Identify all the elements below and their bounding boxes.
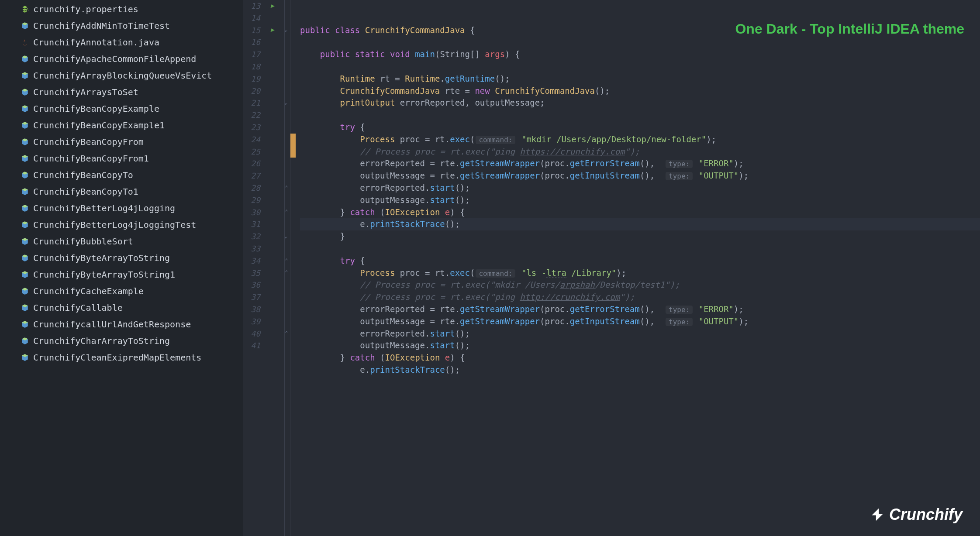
gutter-line[interactable]: 30⌃ xyxy=(243,206,290,219)
gutter-line[interactable]: 32⌄ xyxy=(243,230,290,243)
file-item[interactable]: CrunchifyApacheCommonFileAppend xyxy=(0,51,243,67)
code-line[interactable]: CrunchifyCommandJava rte = new Crunchify… xyxy=(300,85,980,97)
gutter-line[interactable]: 38 xyxy=(243,303,290,316)
theme-title-overlay: One Dark - Top IntelliJ IDEA theme xyxy=(735,21,964,37)
gutter-line[interactable]: 13▶ xyxy=(243,0,290,12)
class-file-icon xyxy=(21,320,29,328)
fold-expand-icon[interactable]: ⌃ xyxy=(284,328,287,340)
code-line[interactable] xyxy=(300,243,980,255)
file-item[interactable]: CrunchifyBetterLog4jLoggingTest xyxy=(0,216,243,233)
code-line[interactable]: } xyxy=(300,230,980,243)
code-line[interactable]: try { xyxy=(300,121,980,134)
gutter-line[interactable]: 36 xyxy=(243,279,290,291)
gutter-line[interactable]: 41 xyxy=(243,340,290,352)
code-line[interactable]: try { xyxy=(300,255,980,267)
file-item[interactable]: CrunchifyCallable xyxy=(0,299,243,316)
fold-expand-icon[interactable]: ⌃ xyxy=(284,206,287,219)
file-item[interactable]: CrunchifyArrayBlockingQueueVsEvict xyxy=(0,67,243,84)
run-gutter-icon[interactable]: ▶ xyxy=(271,24,274,37)
props-file-icon: </> xyxy=(21,5,29,13)
gutter-line[interactable]: 26 xyxy=(243,158,290,170)
file-item[interactable]: CrunchifyCharArrayToString xyxy=(0,333,243,349)
file-item[interactable]: CrunchifyBetterLog4jLogging xyxy=(0,200,243,216)
fold-collapse-icon[interactable]: ⌄ xyxy=(284,24,287,37)
fold-collapse-icon[interactable]: ⌄ xyxy=(284,97,287,109)
code-line[interactable]: e.printStackTrace(); xyxy=(300,364,980,376)
run-gutter-icon[interactable]: ▶ xyxy=(271,0,274,12)
code-line[interactable]: outputMessage = rte.getStreamWrapper(pro… xyxy=(300,316,980,328)
gutter-line[interactable]: 14 xyxy=(243,12,290,24)
gutter-line[interactable]: 20 xyxy=(243,85,290,97)
gutter-line[interactable]: 21⌄ xyxy=(243,97,290,109)
file-item[interactable]: CrunchifyBeanCopyFrom1 xyxy=(0,150,243,167)
gutter-line[interactable]: 35⌃ xyxy=(243,267,290,279)
code-line[interactable]: e.printStackTrace(); xyxy=(300,218,980,230)
file-item[interactable]: </>crunchify.properties xyxy=(0,1,243,17)
file-item[interactable]: CrunchifyBeanCopyExample xyxy=(0,100,243,117)
code-line[interactable]: errorReported.start(); xyxy=(300,182,980,194)
code-line[interactable]: // Process proc = rt.exec("mkdir /Users/… xyxy=(300,279,980,291)
file-item[interactable]: CrunchifyByteArrayToString1 xyxy=(0,266,243,283)
code-line[interactable]: } catch (IOException e) { xyxy=(300,352,980,364)
code-line[interactable]: Runtime rt = Runtime.getRuntime(); xyxy=(300,73,980,85)
gutter-line[interactable]: 28⌃ xyxy=(243,182,290,194)
code-line[interactable]: // Process proc = rt.exec("ping http://c… xyxy=(300,291,980,303)
file-item[interactable]: CrunchifyBeanCopyExample1 xyxy=(0,117,243,134)
code-line[interactable]: errorReported = rte.getStreamWrapper(pro… xyxy=(300,158,980,170)
code-editor[interactable]: public class CrunchifyCommandJava { publ… xyxy=(290,0,980,536)
code-line[interactable]: outputMessage = rte.getStreamWrapper(pro… xyxy=(300,170,980,182)
file-item[interactable]: CrunchifyArraysToSet xyxy=(0,84,243,100)
fold-expand-icon[interactable]: ⌃ xyxy=(284,267,287,279)
gutter-line[interactable]: 27 xyxy=(243,170,290,182)
gutter-line[interactable]: 31 xyxy=(243,218,290,230)
fold-collapse-icon[interactable]: ⌄ xyxy=(284,230,287,243)
fold-expand-icon[interactable]: ⌃ xyxy=(284,182,287,194)
gutter-line[interactable]: 23 xyxy=(243,121,290,134)
file-item[interactable]: CrunchifyBeanCopyTo xyxy=(0,167,243,183)
code-line[interactable]: outputMessage.start(); xyxy=(300,340,980,352)
gutter-line[interactable]: 37 xyxy=(243,291,290,303)
file-label: CrunchifyBeanCopyExample xyxy=(33,103,159,114)
file-item[interactable]: CrunchifyByteArrayToString xyxy=(0,250,243,266)
code-line[interactable] xyxy=(300,36,980,48)
line-number-gutter[interactable]: 13▶1415▶⌄161718192021⌄22232425262728⌃293… xyxy=(243,0,290,536)
code-line[interactable]: // Process proc = rt.exec("ping https://… xyxy=(300,146,980,158)
code-line[interactable] xyxy=(300,61,980,73)
file-item[interactable]: CrunchifyBeanCopyTo1 xyxy=(0,183,243,200)
gutter-line[interactable]: 18 xyxy=(243,61,290,73)
gutter-line[interactable]: 40⌃ xyxy=(243,328,290,340)
modified-line-marker xyxy=(290,146,296,158)
code-line[interactable]: errorReported.start(); xyxy=(300,328,980,340)
gutter-line[interactable]: 24 xyxy=(243,134,290,146)
file-item[interactable]: CrunchifyAnnotation.java xyxy=(0,34,243,51)
project-files-panel[interactable]: </>crunchify.propertiesCrunchifyAddNMinT… xyxy=(0,0,243,536)
file-label: CrunchifyCallable xyxy=(33,302,123,313)
class-file-icon xyxy=(21,337,29,345)
file-item[interactable]: CrunchifyBubbleSort xyxy=(0,233,243,250)
gutter-line[interactable]: 19 xyxy=(243,73,290,85)
class-file-icon xyxy=(21,287,29,295)
file-item[interactable]: CrunchifyCleanExipredMapElements xyxy=(0,349,243,366)
file-item[interactable]: CrunchifyAddNMinToTimeTest xyxy=(0,17,243,34)
gutter-line[interactable]: 39 xyxy=(243,316,290,328)
file-item[interactable]: CrunchifyCacheExample xyxy=(0,283,243,299)
file-item[interactable]: CrunchifyBeanCopyFrom xyxy=(0,134,243,150)
code-line[interactable]: } catch (IOException e) { xyxy=(300,206,980,219)
gutter-line[interactable]: 17 xyxy=(243,48,290,61)
code-line[interactable]: outputMessage.start(); xyxy=(300,194,980,206)
code-line[interactable] xyxy=(300,109,980,121)
file-item[interactable]: CrunchifycallUrlAndGetResponse xyxy=(0,316,243,333)
gutter-line[interactable]: 16 xyxy=(243,36,290,48)
gutter-line[interactable]: 22 xyxy=(243,109,290,121)
fold-expand-icon[interactable]: ⌃ xyxy=(284,255,287,267)
code-line[interactable]: printOutput errorReported, outputMessage… xyxy=(300,97,980,109)
code-line[interactable]: Process proc = rt.exec(command: "mkdir /… xyxy=(300,134,980,146)
code-line[interactable]: Process proc = rt.exec(command: "ls -ltr… xyxy=(300,267,980,279)
gutter-line[interactable]: 29 xyxy=(243,194,290,206)
code-line[interactable]: errorReported = rte.getStreamWrapper(pro… xyxy=(300,303,980,316)
code-line[interactable]: public static void main(String[] args) { xyxy=(300,48,980,61)
gutter-line[interactable]: 33 xyxy=(243,243,290,255)
gutter-line[interactable]: 15▶⌄ xyxy=(243,24,290,37)
gutter-line[interactable]: 25 xyxy=(243,146,290,158)
gutter-line[interactable]: 34⌃ xyxy=(243,255,290,267)
